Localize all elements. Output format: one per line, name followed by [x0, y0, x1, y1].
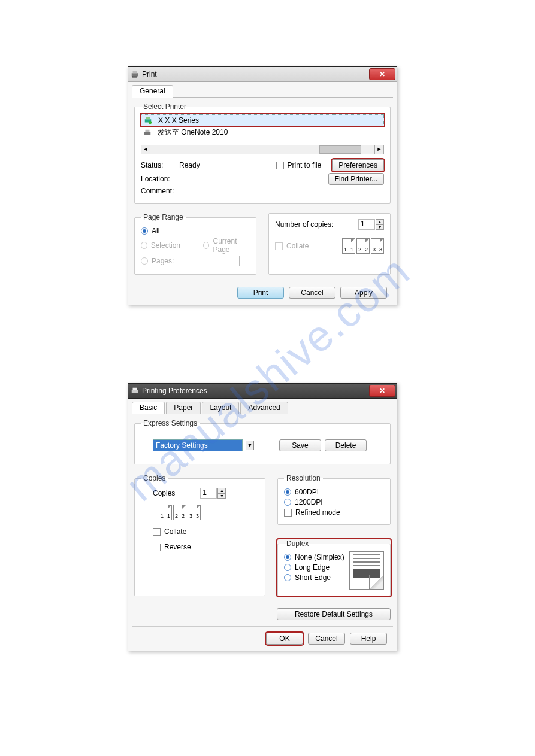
svg-rect-1 [133, 71, 137, 74]
cancel-button[interactable]: Cancel [308, 633, 345, 645]
printer-name: 发送至 OneNote 2010 [158, 127, 228, 138]
close-button[interactable]: ✕ [369, 68, 395, 80]
radio-all[interactable] [141, 227, 148, 235]
radio-duplex-short-label: Short Edge [295, 573, 331, 582]
scroll-left-button[interactable]: ◄ [141, 145, 150, 154]
cancel-button[interactable]: Cancel [289, 287, 335, 299]
copies-spinner[interactable]: 1 ▲▼ [200, 488, 226, 499]
restore-defaults-button[interactable]: Restore Default Settings [277, 608, 391, 620]
collate-checkbox [275, 242, 283, 250]
tab-layout[interactable]: Layout [202, 402, 239, 414]
radio-current-page [203, 242, 210, 249]
svg-point-5 [149, 121, 152, 124]
comment-label: Comment: [141, 187, 176, 195]
ok-button[interactable]: OK [266, 633, 303, 645]
combo-dropdown-icon[interactable]: ▼ [246, 441, 254, 450]
express-combo-value: Factory Settings [156, 441, 208, 450]
tab-advanced[interactable]: Advanced [240, 402, 288, 414]
svg-rect-2 [133, 77, 137, 78]
collate-preview: 11 22 33 [342, 238, 384, 254]
num-copies-spinner[interactable]: 1 ▲▼ [358, 219, 384, 230]
radio-1200dpi-label: 1200DPI [295, 498, 323, 506]
radio-current-page-label: Current Page [213, 237, 250, 254]
printer-list[interactable]: X X X Series 发送至 OneNote 2010 [141, 114, 384, 139]
delete-button[interactable]: Delete [325, 439, 367, 451]
status-value: Ready [179, 161, 200, 169]
scroll-thumb[interactable] [319, 145, 361, 154]
close-icon: ✕ [379, 387, 385, 395]
radio-selection [141, 242, 147, 249]
tab-basic[interactable]: Basic [132, 402, 165, 414]
scroll-right-button[interactable]: ► [374, 145, 384, 154]
prefs-titlebar[interactable]: Printing Preferences ✕ [128, 384, 397, 399]
radio-duplex-short[interactable] [284, 574, 291, 581]
num-copies-value[interactable]: 1 [358, 219, 375, 230]
duplex-legend: Duplex [284, 539, 311, 548]
svg-rect-4 [146, 117, 150, 120]
scroll-track[interactable] [150, 145, 374, 154]
spin-up[interactable]: ▲ [217, 488, 226, 493]
svg-rect-6 [144, 132, 151, 135]
duplex-preview [349, 551, 384, 590]
radio-1200dpi[interactable] [284, 499, 291, 506]
radio-all-label: All [152, 227, 159, 235]
select-printer-legend: Select Printer [141, 102, 189, 111]
printer-item[interactable]: 发送至 OneNote 2010 [141, 126, 384, 139]
radio-pages [141, 257, 148, 265]
select-printer-group: Select Printer X X X Series 发送至 OneNote … [134, 102, 391, 204]
express-settings-group: Express Settings Factory Settings ▼ Save… [134, 419, 391, 464]
location-label: Location: [141, 175, 176, 183]
spin-down[interactable]: ▼ [217, 493, 226, 499]
collate-label: Collate [286, 242, 309, 250]
close-icon: ✕ [379, 70, 385, 78]
status-label: Status: [141, 161, 176, 169]
copies-legend: Copies [141, 474, 168, 482]
reverse-label: Reverse [164, 543, 191, 551]
apply-button[interactable]: Apply [340, 287, 387, 299]
resolution-legend: Resolution [284, 474, 323, 482]
printer-icon [144, 116, 152, 125]
printer-item-selected[interactable]: X X X Series [141, 114, 384, 126]
collate-label: Collate [164, 527, 186, 536]
copies-group: Copies Copies 1 ▲▼ 11 22 33 [134, 474, 265, 596]
resolution-group: Resolution 600DPI 1200DPI Refined mode [277, 474, 391, 525]
radio-duplex-long[interactable] [284, 564, 291, 571]
prefs-tabs: Basic Paper Layout Advanced [132, 401, 393, 414]
tab-paper[interactable]: Paper [166, 402, 201, 414]
preferences-button[interactable]: Preferences [332, 159, 384, 171]
spin-up[interactable]: ▲ [376, 219, 384, 224]
spin-down[interactable]: ▼ [376, 224, 384, 230]
print-to-file-checkbox[interactable] [276, 162, 284, 169]
reverse-checkbox[interactable] [153, 544, 161, 551]
refined-checkbox[interactable] [284, 509, 292, 517]
radio-duplex-long-label: Long Edge [295, 563, 330, 572]
print-titlebar[interactable]: Print ✕ [128, 67, 397, 82]
radio-duplex-none-label: None (Simplex) [295, 553, 344, 561]
radio-600dpi[interactable] [284, 488, 291, 496]
save-button[interactable]: Save [279, 439, 321, 451]
express-combo[interactable]: Factory Settings [153, 439, 243, 451]
svg-rect-0 [132, 73, 138, 76]
collate-checkbox[interactable] [153, 528, 161, 536]
copies-preview: 11 22 33 [159, 505, 201, 520]
print-to-file-label: Print to file [288, 161, 322, 169]
prefs-title: Printing Preferences [142, 387, 207, 395]
printer-icon [143, 129, 152, 137]
radio-pages-label: Pages: [152, 257, 174, 265]
copies-value[interactable]: 1 [200, 488, 217, 499]
duplex-group: Duplex None (Simplex) Long Edge [277, 539, 391, 596]
close-button[interactable]: ✕ [369, 385, 395, 397]
find-printer-button[interactable]: Find Printer... [328, 173, 384, 185]
tab-general[interactable]: General [132, 85, 173, 98]
page-range-legend: Page Range [141, 213, 186, 221]
copies-label: Copies [153, 489, 175, 497]
page-range-group: Page Range All Selection Current Page Pa… [134, 213, 256, 275]
print-button[interactable]: Print [237, 287, 284, 299]
svg-rect-7 [146, 129, 150, 132]
help-button[interactable]: Help [350, 633, 387, 645]
radio-selection-label: Selection [151, 241, 180, 250]
svg-rect-8 [132, 390, 138, 393]
radio-duplex-none[interactable] [284, 554, 291, 561]
printer-list-scrollbar[interactable]: ◄ ► [141, 145, 384, 154]
printer-icon [131, 70, 139, 78]
